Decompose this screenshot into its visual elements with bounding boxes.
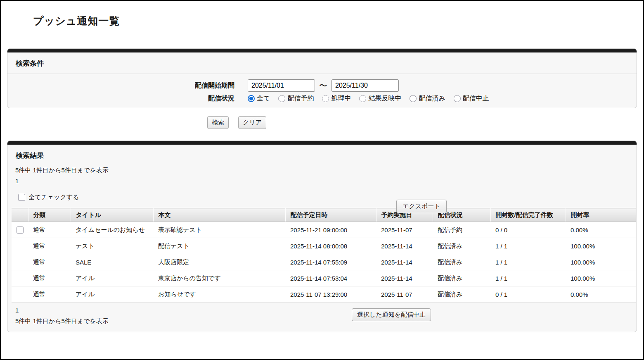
status-option-all[interactable]: 全て [248,94,270,103]
cell-title: アイル [71,286,153,303]
search-results-title: 検索結果 [7,145,637,166]
header-rate: 開封率 [566,208,636,222]
cell-opens: 1 / 1 [490,238,566,254]
result-count-text: 5件中 1件目から5件目までを表示 [15,316,637,327]
status-option-label: 結果反映中 [368,94,401,103]
cell-body: 表示確認テスト [153,222,285,238]
cell-rate: 100.00% [566,270,636,286]
pagination-current-page: 1 [15,177,637,184]
radio-icon[interactable] [410,95,417,102]
status-option-reflecting[interactable]: 結果反映中 [359,94,401,103]
cell-opens: 0 / 1 [490,286,566,303]
cell-scheduled: 2025-11-14 08:00:08 [285,238,376,254]
results-table-header: 分類 タイトル 本文 配信予定日時 予約実施日 配信状況 開封数/配信完了件数 … [12,208,636,222]
cell-rate: 0.00% [566,286,636,303]
header-body: 本文 [153,208,285,222]
panel-accent-bar [7,141,637,145]
search-actions: 検索 クリア [207,116,643,129]
table-row: 通常 SALE 大阪店限定 2025-11-14 07:55:09 2025-1… [12,254,636,270]
radio-selected-icon[interactable] [248,95,255,102]
header-category: 分類 [28,208,71,222]
status-option-label: 配信済み [419,94,445,103]
panel-accent-bar [7,49,637,52]
cell-scheduled: 2025-11-14 07:53:04 [285,270,376,286]
results-footer: 1 5件中 1件目から5件目までを表示 選択した通知を配信中止 [15,305,637,327]
cell-title: SALE [71,254,153,270]
cell-body: 配信テスト [153,238,285,254]
cancel-selected-button[interactable]: 選択した通知を配信中止 [352,308,431,321]
status-option-label: 処理中 [331,94,351,103]
cell-title: テスト [71,238,153,254]
cell-reserved: 2025-11-07 [376,222,433,238]
cell-category: 通常 [28,222,71,238]
cell-title: タイムセールのお知らせ [71,222,153,238]
result-count-text: 5件中 1件目から5件目までを表示 [15,167,637,174]
cell-rate: 100.00% [566,238,636,254]
header-checkbox [12,208,28,222]
pagination-current-page: 1 [15,305,637,316]
check-all-label: 全てチェックする [28,193,79,201]
cell-status: 配信予約 [433,222,490,238]
cell-opens: 0 / 0 [490,222,566,238]
header-scheduled: 配信予定日時 [285,208,376,222]
table-row: 通常 アイル お知らせです 2025-11-07 13:29:00 2025-1… [12,286,636,303]
period-to-input[interactable] [331,79,399,92]
cell-scheduled: 2025-11-14 07:55:09 [285,254,376,270]
status-option-cancelled[interactable]: 配信中止 [454,94,489,103]
cell-status: 配信済み [433,270,490,286]
cell-body: 東京店からの告知です [153,270,285,286]
status-option-label: 配信予約 [287,94,314,103]
cell-title: アイル [71,270,153,286]
search-form: 配信開始期間 〜 配信状況 全て 配信予約 [7,74,637,108]
cell-scheduled: 2025-11-07 13:29:00 [285,286,376,303]
cell-status: 配信済み [433,238,490,254]
cell-category: 通常 [28,254,71,270]
check-all-checkbox[interactable] [18,194,25,201]
cell-category: 通常 [28,238,71,254]
cell-body: お知らせです [153,286,285,303]
status-label: 配信状況 [7,94,234,103]
cell-category: 通常 [28,270,71,286]
export-button[interactable]: エクスポート [396,200,447,213]
period-label: 配信開始期間 [7,81,234,90]
cell-reserved: 2025-11-14 [376,270,433,286]
period-row: 配信開始期間 〜 [7,79,637,92]
status-option-reserved[interactable]: 配信予約 [278,94,314,103]
cell-reserved: 2025-11-14 [376,254,433,270]
cell-opens: 1 / 1 [490,270,566,286]
cell-opens: 1 / 1 [490,254,566,270]
cell-status: 配信済み [433,254,490,270]
status-row: 配信状況 全て 配信予約 処理中 [7,94,637,103]
cell-scheduled: 2025-11-21 09:00:00 [285,222,376,238]
cell-body: 大阪店限定 [153,254,285,270]
status-option-label: 配信中止 [463,94,489,103]
header-title: タイトル [71,208,153,222]
clear-button[interactable]: クリア [238,116,266,129]
search-button[interactable]: 検索 [207,116,229,129]
check-all-control[interactable]: 全てチェックする [18,193,637,201]
cell-rate: 0.00% [566,222,636,238]
table-row: 通常 タイムセールのお知らせ 表示確認テスト 2025-11-21 09:00:… [12,222,636,238]
cell-category: 通常 [28,286,71,303]
radio-icon[interactable] [278,95,285,102]
period-separator: 〜 [319,80,327,91]
radio-icon[interactable] [454,95,461,102]
results-table: 分類 タイトル 本文 配信予定日時 予約実施日 配信状況 開封数/配信完了件数 … [12,208,636,303]
search-conditions-title: 検索条件 [7,52,637,74]
page-title: プッシュ通知一覧 [33,14,643,28]
header-opens: 開封数/配信完了件数 [490,208,566,222]
cell-rate: 100.00% [566,254,636,270]
radio-icon[interactable] [322,95,329,102]
status-option-label: 全て [257,94,270,103]
search-results-panel: 検索結果 5件中 1件目から5件目までを表示 1 エクスポート 全てチェックする… [7,141,637,332]
status-option-processing[interactable]: 処理中 [322,94,351,103]
cell-reserved: 2025-11-14 [376,238,433,254]
table-row: 通常 テスト 配信テスト 2025-11-14 08:00:08 2025-11… [12,238,636,254]
status-radio-group: 全て 配信予約 処理中 結果反映中 [248,94,489,103]
row-checkbox[interactable] [17,226,24,234]
radio-icon[interactable] [359,95,366,102]
search-conditions-panel: 検索条件 配信開始期間 〜 配信状況 全て 配信予約 [7,48,637,108]
cell-status: 配信済み [433,286,490,303]
period-from-input[interactable] [248,79,315,92]
status-option-delivered[interactable]: 配信済み [410,94,445,103]
